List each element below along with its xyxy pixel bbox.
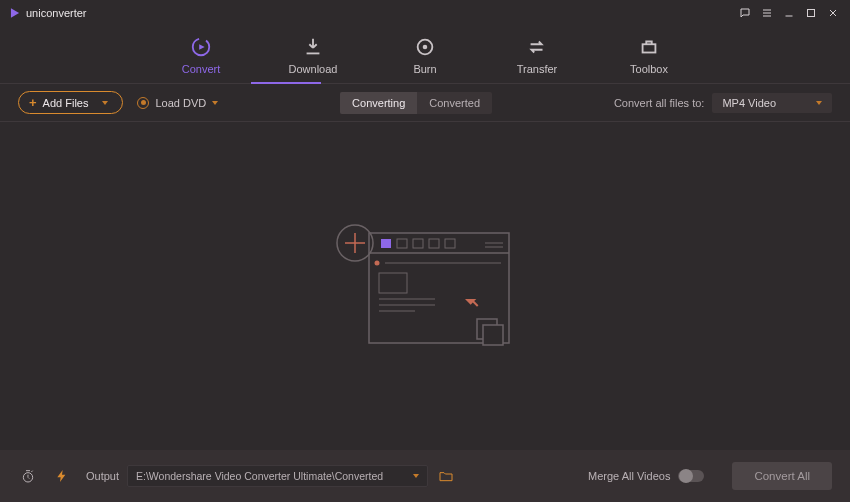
svg-rect-4 [643, 44, 656, 52]
bottom-bar: Output E:\Wondershare Video Converter Ul… [0, 450, 850, 502]
nav-download[interactable]: Download [278, 35, 348, 75]
add-files-label: Add Files [43, 97, 89, 109]
nav-label: Download [289, 63, 338, 75]
app-logo: uniconverter [8, 6, 87, 20]
maximize-icon[interactable] [802, 4, 820, 22]
nav-label: Toolbox [630, 63, 668, 75]
play-logo-icon [8, 6, 22, 20]
segment-converting[interactable]: Converting [340, 92, 417, 114]
nav-transfer[interactable]: Transfer [502, 35, 572, 75]
nav-label: Transfer [517, 63, 558, 75]
load-dvd-label: Load DVD [155, 97, 206, 109]
nav-label: Burn [413, 63, 436, 75]
sub-toolbar: + Add Files Load DVD Converting Converte… [0, 84, 850, 122]
chevron-down-icon [102, 101, 108, 105]
convert-state-segment: Converting Converted [340, 92, 492, 114]
svg-rect-10 [381, 239, 391, 248]
main-nav: Convert Download Burn Transfer Toolbox [0, 26, 850, 84]
add-files-button[interactable]: + Add Files [18, 91, 123, 114]
nav-convert[interactable]: Convert [166, 35, 236, 75]
chevron-down-icon [413, 474, 419, 478]
toolbox-icon [638, 36, 660, 58]
open-folder-icon[interactable] [436, 466, 456, 486]
minimize-icon[interactable] [780, 4, 798, 22]
convert-icon [190, 36, 212, 58]
svg-rect-24 [483, 325, 503, 345]
merge-toggle[interactable] [678, 470, 704, 482]
chevron-down-icon [212, 101, 218, 105]
empty-state-illustration [325, 221, 525, 351]
download-icon [302, 36, 324, 58]
svg-rect-0 [808, 10, 815, 17]
svg-rect-12 [413, 239, 423, 248]
chat-icon[interactable] [736, 4, 754, 22]
output-path-value: E:\Wondershare Video Converter Ultimate\… [136, 470, 383, 482]
format-select[interactable]: MP4 Video [712, 93, 832, 113]
gpu-accel-icon[interactable] [52, 466, 72, 486]
nav-active-underline [251, 82, 321, 84]
nav-label: Convert [182, 63, 221, 75]
svg-rect-11 [397, 239, 407, 248]
load-dvd-button[interactable]: Load DVD [137, 97, 218, 109]
output-path-box[interactable]: E:\Wondershare Video Converter Ultimate\… [127, 465, 428, 487]
svg-rect-14 [445, 239, 455, 248]
schedule-icon[interactable] [18, 466, 38, 486]
nav-toolbox[interactable]: Toolbox [614, 35, 684, 75]
transfer-icon [526, 36, 548, 58]
menu-icon[interactable] [758, 4, 776, 22]
merge-videos-group: Merge All Videos [588, 470, 704, 482]
disc-icon [137, 97, 149, 109]
close-icon[interactable] [824, 4, 842, 22]
svg-rect-19 [379, 273, 407, 293]
convert-all-button[interactable]: Convert All [732, 462, 832, 490]
svg-rect-13 [429, 239, 439, 248]
plus-icon: + [29, 96, 37, 109]
format-selected-value: MP4 Video [722, 97, 776, 109]
convert-to-label: Convert all files to: [614, 97, 704, 109]
chevron-down-icon [816, 101, 822, 105]
main-drop-area[interactable] [0, 122, 850, 450]
burn-icon [414, 36, 436, 58]
svg-point-17 [375, 261, 380, 266]
app-name: uniconverter [26, 7, 87, 19]
output-group: Output E:\Wondershare Video Converter Ul… [86, 465, 456, 487]
title-bar: uniconverter [0, 0, 850, 26]
output-label: Output [86, 470, 119, 482]
nav-burn[interactable]: Burn [390, 35, 460, 75]
convert-to-group: Convert all files to: MP4 Video [614, 93, 832, 113]
merge-label: Merge All Videos [588, 470, 670, 482]
svg-point-3 [423, 44, 428, 49]
segment-converted[interactable]: Converted [417, 92, 492, 114]
